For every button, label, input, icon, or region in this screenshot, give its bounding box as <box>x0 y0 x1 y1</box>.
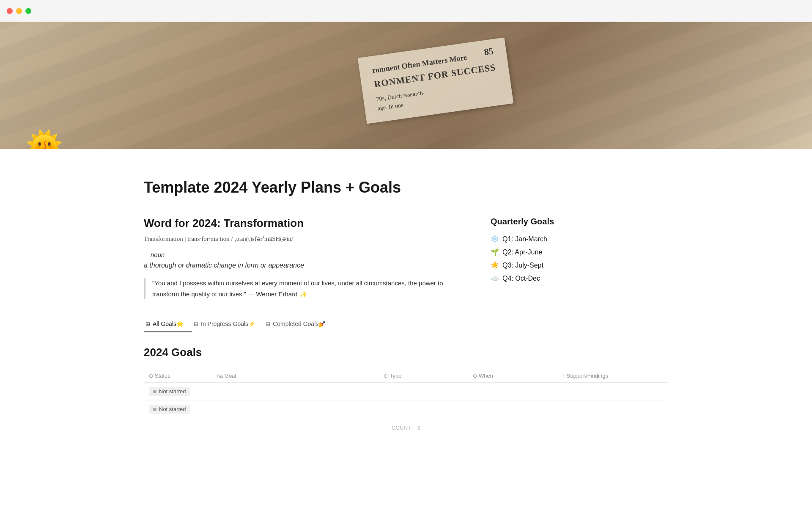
table-row: Not started <box>144 383 668 400</box>
word-section: Word for 2024: Transformation Transforma… <box>144 217 457 299</box>
book-page-number: 85 <box>483 43 494 59</box>
status-dot <box>153 390 156 393</box>
tab-icon-1: ⊞ <box>194 321 198 327</box>
word-meaning: a thorough or dramatic change in form or… <box>144 262 457 269</box>
quarterly-list: ❄️Q1: Jan-March🌱Q2: Apr-June☀️Q3: July-S… <box>491 235 668 282</box>
status-text: Not started <box>159 388 186 395</box>
tab-icon-2: ⊞ <box>266 321 270 327</box>
support-cell[interactable] <box>557 400 668 418</box>
col-status: ⊙Status <box>144 369 211 383</box>
status-cell[interactable]: Not started <box>144 383 211 400</box>
col-label: Support/Findings <box>567 373 608 379</box>
tabs-bar: ⊞All Goals🌟⊞In Progress Goals⚡⊞Completed… <box>144 316 668 332</box>
col-icon: ≡ <box>562 373 565 379</box>
tab-icon-0: ⊞ <box>145 321 150 327</box>
table-row: Not started <box>144 400 668 418</box>
close-button[interactable] <box>7 8 13 14</box>
status-dot <box>153 408 156 411</box>
goals-table-body: Not startedNot started <box>144 383 668 418</box>
col-goal: AaGoal <box>211 369 379 383</box>
count-row: COUNT 3 <box>144 418 668 438</box>
quarterly-emoji: ☀️ <box>491 261 499 269</box>
main-content: Template 2024 Yearly Plans + Goals Word … <box>110 149 702 463</box>
quarterly-label: Q1: Jan-March <box>502 235 547 243</box>
hero-book-image: 85 ronment Often Matters More RONMENT FO… <box>362 47 510 114</box>
quarterly-label: Q2: Apr-June <box>502 248 542 256</box>
when-cell[interactable] <box>468 400 557 418</box>
quote-block: "You and I possess within ourselves at e… <box>144 278 457 299</box>
tab-label-2: Completed Goals💅 <box>273 320 326 327</box>
type-cell[interactable] <box>379 400 468 418</box>
col-icon: ⊙ <box>149 373 153 379</box>
col-support-findings: ≡Support/Findings <box>557 369 668 383</box>
quarterly-emoji: ❄️ <box>491 235 499 243</box>
two-column-layout: Word for 2024: Transformation Transforma… <box>144 217 668 299</box>
quarterly-heading: Quarterly Goals <box>491 217 668 226</box>
quarterly-list-item[interactable]: ☀️Q3: July-Sept <box>491 261 668 269</box>
word-heading: Word for 2024: Transformation <box>144 217 457 230</box>
count-value: 3 <box>417 425 421 431</box>
quarterly-section: Quarterly Goals ❄️Q1: Jan-March🌱Q2: Apr-… <box>491 217 668 299</box>
status-cell[interactable]: Not started <box>144 400 211 418</box>
col-type: ⊙Type <box>379 369 468 383</box>
quarterly-emoji: 🌱 <box>491 248 499 256</box>
type-cell[interactable] <box>379 383 468 400</box>
support-cell[interactable] <box>557 383 668 400</box>
count-label: COUNT <box>392 425 412 431</box>
minimize-button[interactable] <box>16 8 22 14</box>
quarterly-emoji: ☁️ <box>491 274 499 282</box>
quote-text: "You and I possess within ourselves at e… <box>152 279 443 298</box>
word-pos: noun <box>144 251 457 258</box>
quarterly-label: Q3: July-Sept <box>502 262 543 269</box>
tab-1[interactable]: ⊞In Progress Goals⚡ <box>192 316 264 332</box>
quarterly-list-item[interactable]: 🌱Q2: Apr-June <box>491 248 668 256</box>
tab-label-0: All Goals🌟 <box>153 320 184 327</box>
quarterly-list-item[interactable]: ❄️Q1: Jan-March <box>491 235 668 243</box>
status-text: Not started <box>159 406 186 412</box>
quarterly-label: Q4: Oct-Dec <box>502 275 540 282</box>
goals-section-title: 2024 Goals <box>144 346 668 359</box>
status-badge[interactable]: Not started <box>149 387 190 396</box>
page-title: Template 2024 Yearly Plans + Goals <box>144 179 668 196</box>
tab-0[interactable]: ⊞All Goals🌟 <box>144 316 192 332</box>
goal-cell[interactable] <box>211 383 379 400</box>
col-label: When <box>479 373 493 379</box>
col-when: ⊙When <box>468 369 557 383</box>
col-icon: ⊙ <box>473 373 477 379</box>
goals-table: ⊙StatusAaGoal⊙Type⊙When≡Support/Findings… <box>144 369 668 418</box>
sun-emoji: 🌞 <box>25 131 63 149</box>
goal-cell[interactable] <box>211 400 379 418</box>
hero-banner: 85 ronment Often Matters More RONMENT FO… <box>0 22 812 149</box>
col-icon: Aa <box>217 373 223 379</box>
quarterly-list-item[interactable]: ☁️Q4: Oct-Dec <box>491 274 668 282</box>
col-label: Goal <box>225 373 236 379</box>
col-label: Status <box>155 373 170 379</box>
col-label: Type <box>390 373 401 379</box>
titlebar <box>0 0 812 22</box>
tab-2[interactable]: ⊞Completed Goals💅 <box>264 316 334 332</box>
goals-table-header: ⊙StatusAaGoal⊙Type⊙When≡Support/Findings <box>144 369 668 383</box>
when-cell[interactable] <box>468 383 557 400</box>
status-badge[interactable]: Not started <box>149 405 190 414</box>
goals-section: 2024 Goals ⊙StatusAaGoal⊙Type⊙When≡Suppo… <box>144 346 668 438</box>
col-icon: ⊙ <box>384 373 388 379</box>
maximize-button[interactable] <box>25 8 31 14</box>
table-header-row: ⊙StatusAaGoal⊙Type⊙When≡Support/Findings <box>144 369 668 383</box>
tab-label-1: In Progress Goals⚡ <box>201 320 255 327</box>
word-definition-line: Transformation | trans·for·ma·tion / ˌtr… <box>144 235 457 243</box>
